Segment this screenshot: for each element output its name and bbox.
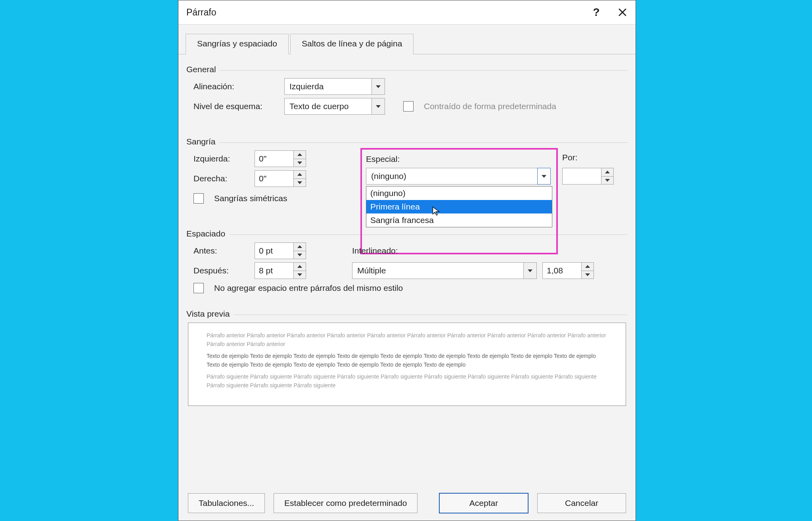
spinner-value: 0"	[255, 174, 293, 183]
cancel-button[interactable]: Cancelar	[537, 493, 626, 513]
preview-before-text: Párrafo anterior Párrafo anterior Párraf…	[207, 331, 607, 348]
spinner-value: 8 pt	[255, 266, 293, 275]
outline-level-label: Nivel de esquema:	[193, 102, 279, 111]
special-indent-dropdown-list: (ninguno) Primera línea Sangría francesa	[366, 186, 552, 227]
spacing-after-label: Después:	[193, 266, 249, 275]
indent-left-spinner[interactable]: 0"	[255, 150, 306, 167]
indent-right-label: Derecha:	[193, 174, 249, 183]
spacing-before-spinner[interactable]: 0 pt	[255, 242, 306, 259]
tab-line-page-breaks[interactable]: Saltos de línea y de página	[290, 34, 414, 54]
preview-after-text: Párrafo siguiente Párrafo siguiente Párr…	[207, 372, 607, 390]
spinner-value: 0"	[255, 154, 293, 163]
ok-button[interactable]: Aceptar	[439, 493, 529, 513]
spinner-value: 0 pt	[255, 246, 293, 256]
line-spacing-at-spinner[interactable]: 1,08	[542, 262, 594, 279]
button-label: Establecer como predeterminado	[284, 498, 407, 508]
divider	[220, 70, 628, 71]
special-option-hanging[interactable]: Sangría francesa	[366, 213, 552, 227]
select-value: Izquierda	[289, 82, 372, 91]
chevron-down-icon	[523, 263, 536, 279]
collapsed-by-default-label: Contraído de forma predeterminada	[424, 102, 556, 111]
line-spacing-label: Interlineado:	[352, 246, 398, 256]
line-spacing-select[interactable]: Múltiple	[352, 262, 537, 279]
section-preview: Vista previa	[186, 309, 628, 319]
section-heading: Vista previa	[186, 309, 230, 319]
tab-label: Sangrías y espaciado	[197, 39, 277, 48]
tabs-button[interactable]: Tabulaciones...	[188, 493, 265, 513]
divider	[220, 142, 628, 143]
select-value: Texto de cuerpo	[289, 102, 372, 111]
mirror-indents-label: Sangrías simétricas	[214, 194, 287, 203]
set-as-default-button[interactable]: Establecer como predeterminado	[274, 493, 417, 513]
preview-sample-text: Texto de ejemplo Texto de ejemplo Texto …	[207, 352, 607, 369]
titlebar: Párrafo ?	[178, 0, 636, 25]
button-label: Aceptar	[469, 498, 498, 508]
close-button[interactable]	[609, 0, 636, 24]
spacing-after-spinner[interactable]: 8 pt	[255, 262, 306, 279]
tab-indent-spacing[interactable]: Sangrías y espaciado	[186, 34, 289, 54]
section-general: General Alineación: Izquierda Nivel de e…	[186, 65, 628, 115]
paragraph-dialog: Párrafo ? Sangrías y espaciado Saltos de…	[178, 0, 636, 521]
spinner-buttons[interactable]	[293, 171, 306, 186]
collapsed-by-default-checkbox[interactable]	[403, 101, 414, 112]
spinner-buttons[interactable]	[581, 263, 594, 279]
preview-box: Párrafo anterior Párrafo anterior Párraf…	[188, 323, 626, 406]
spacing-before-label: Antes:	[193, 246, 249, 256]
chevron-down-icon	[372, 98, 385, 114]
section-heading: Sangría	[186, 137, 216, 146]
button-label: Tabulaciones...	[199, 498, 254, 508]
section-heading: General	[186, 65, 216, 74]
spinner-buttons[interactable]	[293, 151, 306, 167]
no-space-same-style-label: No agregar espacio entre párrafos del mi…	[214, 283, 403, 293]
select-value: Múltiple	[357, 266, 523, 275]
alignment-select[interactable]: Izquierda	[284, 78, 385, 95]
button-label: Cancelar	[565, 498, 598, 508]
alignment-label: Alineación:	[193, 82, 279, 91]
close-icon	[618, 8, 627, 17]
spinner-value: 1,08	[543, 266, 581, 275]
window-title: Párrafo	[186, 7, 583, 18]
tab-strip: Sangrías y espaciado Saltos de línea y d…	[178, 33, 636, 54]
tab-label: Saltos de línea y de página	[302, 39, 402, 48]
special-indent-label: Especial:	[366, 154, 552, 164]
section-heading: Espaciado	[186, 229, 225, 238]
indent-right-spinner[interactable]: 0"	[255, 170, 306, 187]
spinner-buttons[interactable]	[293, 263, 306, 279]
help-button[interactable]: ?	[583, 0, 609, 24]
spinner-buttons[interactable]	[293, 243, 306, 259]
mirror-indents-checkbox[interactable]	[193, 193, 204, 204]
dialog-footer: Tabulaciones... Establecer como predeter…	[178, 493, 636, 513]
outline-level-select[interactable]: Texto de cuerpo	[284, 98, 385, 115]
indent-by-label: Por:	[562, 153, 614, 162]
indent-left-label: Izquierda:	[193, 154, 249, 163]
divider	[234, 315, 628, 315]
section-indentation: Sangría Izquierda: 0" Especial: (ninguno…	[186, 137, 628, 204]
chevron-down-icon	[372, 79, 385, 94]
no-space-same-style-checkbox[interactable]	[193, 283, 204, 293]
